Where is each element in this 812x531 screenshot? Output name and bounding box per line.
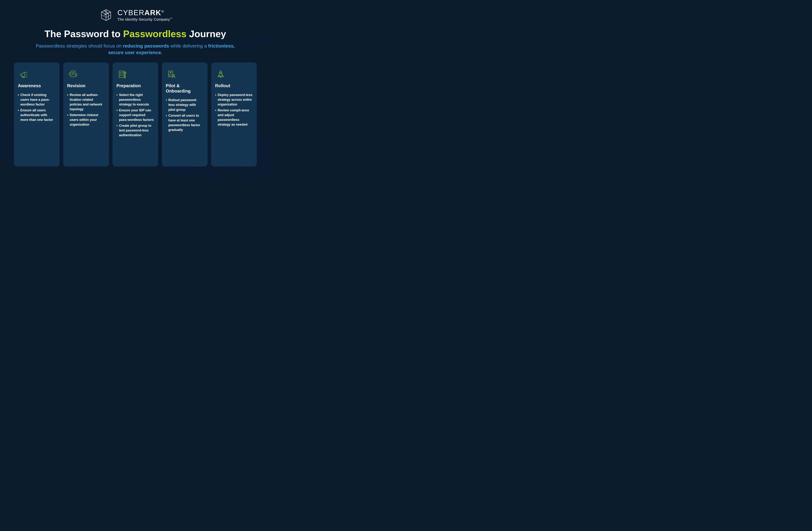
pilot-icon — [166, 68, 203, 81]
card-bullets: Check if existing users have a pass-word… — [18, 93, 56, 122]
card-bullets: Rollout password-less strategy with pilo… — [166, 98, 203, 132]
svg-point-20 — [173, 74, 175, 76]
bullet-item: Check if existing users have a pass-word… — [18, 93, 56, 107]
cards-row: Awareness Check if existing users have a… — [0, 56, 271, 167]
cube-logo-icon — [98, 7, 114, 23]
svg-rect-14 — [125, 74, 125, 78]
svg-rect-4 — [119, 71, 124, 78]
bullet-item: Review compli-ance and adjust passwordle… — [215, 108, 253, 127]
card-revision: Revision Review all authen-tication rela… — [63, 62, 109, 167]
logo: CYBERARK® The Identity Security Company™ — [0, 7, 271, 23]
brand-name: CYBERARK® — [117, 9, 172, 17]
bullet-item: Ensure all users authenticate with more … — [18, 108, 56, 122]
revision-icon — [67, 68, 105, 81]
bullet-item: Rollout password-less strategy with pilo… — [166, 98, 203, 112]
checklist-icon — [117, 68, 154, 81]
bullet-item: Review all authen-tication related polic… — [67, 93, 105, 112]
header: CYBERARK® The Identity Security Company™… — [0, 0, 271, 56]
card-title: Rollout — [215, 83, 253, 88]
svg-point-8 — [124, 72, 126, 74]
card-title: Pilot & Onboarding — [166, 83, 203, 94]
card-bullets: Deploy password-less strategy across ent… — [215, 93, 253, 127]
svg-point-9 — [125, 72, 125, 73]
card-awareness: Awareness Check if existing users have a… — [14, 62, 60, 167]
card-rollout: Rollout Deploy password-less strategy ac… — [211, 62, 257, 167]
bullet-item: Ensure your IDP can support required pas… — [117, 108, 154, 122]
bullet-item: Create pilot group to test password-less… — [117, 123, 154, 138]
card-preparation: Preparation Select the right passwordles… — [113, 62, 158, 167]
rocket-icon — [215, 68, 253, 81]
card-pilot-onboarding: Pilot & Onboarding Rollout password-less… — [162, 62, 207, 167]
svg-marker-15 — [125, 78, 125, 78]
svg-rect-0 — [71, 71, 75, 77]
page-subtitle: Passwordless strategies should focus on … — [35, 43, 236, 56]
bullet-item: Convert all users to have at least one p… — [166, 113, 203, 132]
page-title: The Password to Passwordless Journey — [0, 28, 271, 39]
svg-point-17 — [170, 72, 171, 73]
card-title: Revision — [67, 83, 105, 88]
bullet-item: Select the right passwordless strategy t… — [117, 93, 154, 107]
bullet-item: Determine riskiest users within your org… — [67, 113, 105, 127]
brand-tagline: The Identity Security Company™ — [117, 17, 172, 22]
card-bullets: Review all authen-tication related polic… — [67, 93, 105, 127]
card-title: Awareness — [18, 83, 56, 88]
card-title: Preparation — [117, 83, 154, 88]
bullet-item: Deploy password-less strategy across ent… — [215, 93, 253, 107]
megaphone-icon — [18, 68, 56, 81]
card-bullets: Select the right passwordless strategy t… — [117, 93, 154, 138]
svg-point-21 — [220, 72, 221, 74]
